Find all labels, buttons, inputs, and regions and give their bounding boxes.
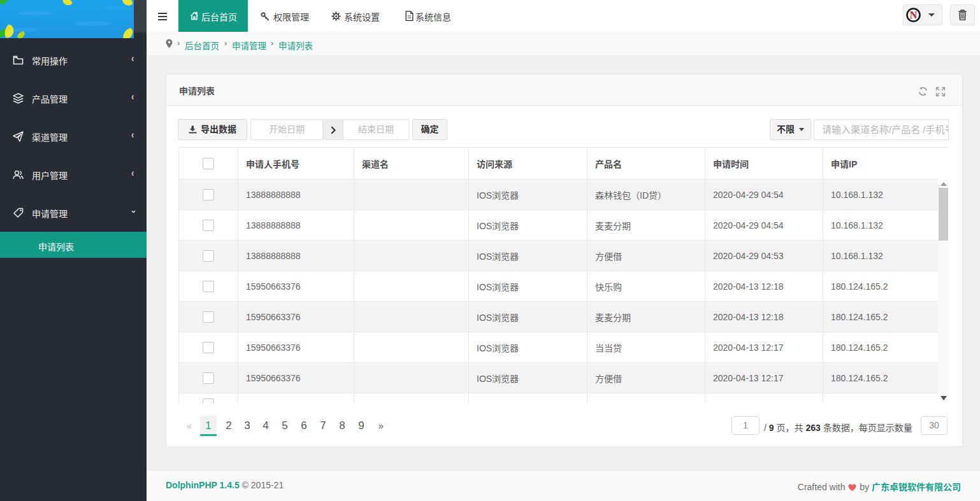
svg-text:N: N [910,10,918,20]
